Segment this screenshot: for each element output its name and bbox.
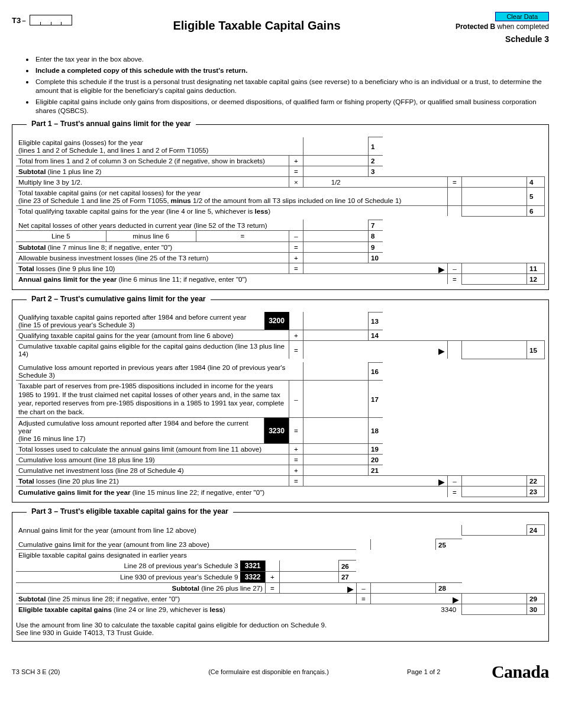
line-8-num: 8: [369, 230, 383, 241]
line-1-amount[interactable]: [303, 137, 369, 156]
line-7-num: 7: [369, 220, 383, 230]
title-block: Eligible Taxable Capital Gains: [83, 12, 431, 33]
line-24-amount[interactable]: [462, 525, 527, 536]
line-13-desc: Qualifying taxable capital gains reporte…: [16, 312, 264, 330]
schedule-label: Schedule 3: [431, 34, 549, 44]
line-22-amount-a[interactable]: [303, 476, 369, 487]
line-30-amount[interactable]: [462, 604, 527, 614]
line-27-desc: Line 930 of previous year's Schedule 9: [16, 571, 240, 582]
code-3321: 3321: [240, 561, 265, 572]
line-6-num: 6: [527, 205, 545, 216]
line-8-amount[interactable]: [303, 230, 369, 241]
line-23-desc: Cumulative gains limit for the year (lin…: [16, 487, 448, 497]
arrow-icon: ▶: [438, 477, 445, 487]
canada-wordmark: Canada: [472, 662, 549, 682]
line-26-amount[interactable]: [279, 561, 338, 572]
line-23-num: 23: [527, 487, 545, 497]
line-22-num: 22: [527, 476, 545, 487]
line-2-num: 2: [369, 155, 383, 166]
line-25-desc: Cumulative gains limit for the year (amo…: [16, 539, 356, 550]
line-6-amount[interactable]: [462, 205, 527, 216]
form-revision: T3 SCH 3 E (20): [12, 668, 130, 675]
line-16-num: 16: [369, 362, 383, 381]
line-20-amount[interactable]: [303, 455, 369, 465]
line-29-desc: Subtotal (line 25 minus line 28; if nega…: [16, 593, 356, 604]
line-28-amount-a[interactable]: [279, 582, 338, 593]
line-12-desc: Annual gains limit for the year (line 6 …: [16, 273, 448, 284]
part-3-title: Part 3 – Trust's eligible taxable capita…: [27, 507, 233, 516]
line-12-num: 12: [527, 273, 545, 284]
french-note: (Ce formulaire est disponible en françai…: [130, 668, 407, 675]
line-29-amount-b[interactable]: [462, 593, 527, 604]
header-right: Clear Data Protected B when completed Sc…: [431, 12, 549, 44]
line-6-desc: Total qualifying taxable capital gains f…: [16, 205, 448, 216]
line-14-amount[interactable]: [303, 330, 369, 341]
line-28-amount-b[interactable]: [370, 582, 435, 593]
line-24-num: 24: [527, 525, 545, 536]
line-4-amount[interactable]: [462, 176, 527, 187]
line-15-desc: Cumulative taxable capital gains eligibl…: [16, 341, 289, 359]
line-29-amount-a[interactable]: [370, 593, 435, 604]
line-27-num: 27: [338, 571, 356, 582]
line-13-amount[interactable]: [303, 312, 369, 330]
line-17-amount[interactable]: [303, 381, 369, 418]
page-footer: T3 SCH 3 E (20) (Ce formulaire est dispo…: [12, 662, 549, 682]
part-3-note-1: Use the amount from line 30 to calculate…: [16, 621, 545, 629]
line-16-amount[interactable]: [303, 362, 369, 381]
part-1-grid: Eligible capital gains (losses) for the …: [16, 137, 545, 285]
line-17-num: 17: [369, 381, 383, 418]
line-12-amount[interactable]: [462, 273, 527, 284]
line-2-amount[interactable]: [303, 155, 369, 166]
line-26-desc: Line 28 of previous year's Schedule 3: [16, 561, 240, 572]
line-22-amount-b[interactable]: [462, 476, 527, 487]
line-21-amount[interactable]: [303, 465, 369, 476]
code-3200: 3200: [264, 312, 289, 330]
line-19-amount[interactable]: [303, 444, 369, 455]
line-10-amount[interactable]: [303, 252, 369, 263]
arrow-icon: ▶: [453, 595, 459, 604]
form-code-prefix: T3: [12, 16, 21, 25]
code-3340: 3340: [436, 604, 462, 614]
line-27-amount[interactable]: [279, 571, 338, 582]
line-5-amount[interactable]: [462, 187, 527, 205]
line-1-num: 1: [369, 137, 383, 156]
line-11-amount-b[interactable]: [462, 263, 527, 273]
arrow-icon: ▶: [438, 346, 445, 356]
line-29-num: 29: [527, 593, 545, 604]
line-22-desc: Total losses (line 20 plus line 21): [16, 476, 289, 487]
line-14-num: 14: [369, 330, 383, 341]
clear-data-button[interactable]: Clear Data: [495, 12, 549, 21]
instruction-1: Enter the tax year in the box above.: [34, 54, 549, 63]
line-7-amount[interactable]: [303, 220, 369, 230]
line-10-desc: Allowable business investment losses (li…: [16, 252, 289, 263]
page-number: Page 1 of 2: [407, 668, 472, 675]
line-23-amount[interactable]: [462, 487, 527, 497]
line-15-num: 15: [527, 341, 545, 359]
line-18-amount[interactable]: [303, 418, 369, 444]
line-4-desc: Multiply line 3 by 1/2.: [16, 176, 289, 187]
form-code-block: T3 –: [12, 15, 83, 25]
earlier-years-intro: Eligible taxable capital gains designate…: [16, 550, 356, 561]
dash: –: [22, 17, 25, 24]
line-3-amount[interactable]: [303, 166, 369, 176]
line-5-num: 5: [527, 187, 545, 205]
line-3-num: 3: [369, 166, 383, 176]
line-9-desc: Subtotal (line 7 minus line 8; if negati…: [16, 241, 289, 252]
part-3-section: Part 3 – Trust's eligible taxable capita…: [12, 512, 549, 642]
line-19-desc: Total losses used to calculate the annua…: [16, 444, 289, 455]
tax-year-input[interactable]: [30, 15, 72, 25]
line-1-desc: Eligible capital gains (losses) for the …: [16, 137, 289, 156]
part-3-note-2: See line 930 in Guide T4013, T3 Trust Gu…: [16, 629, 545, 636]
line-28-num: 28: [436, 582, 462, 593]
line-20-num: 20: [369, 455, 383, 465]
line-15-amount-b[interactable]: [462, 341, 527, 359]
line-17-desc: Taxable part of reserves from pre-1985 d…: [16, 381, 289, 418]
line-15-amount-a[interactable]: [303, 341, 369, 359]
header-row: T3 – Eligible Taxable Capital Gains Clea…: [12, 12, 549, 44]
main-title: Eligible Taxable Capital Gains: [83, 19, 431, 33]
line-18-desc: Adjusted cumulative loss amount reported…: [16, 418, 264, 444]
line-9-amount[interactable]: [303, 241, 369, 252]
line-25-amount[interactable]: [370, 539, 435, 550]
line-11-amount-a[interactable]: [303, 263, 369, 273]
line-21-desc: Cumulative net investment loss (line 28 …: [16, 465, 289, 476]
